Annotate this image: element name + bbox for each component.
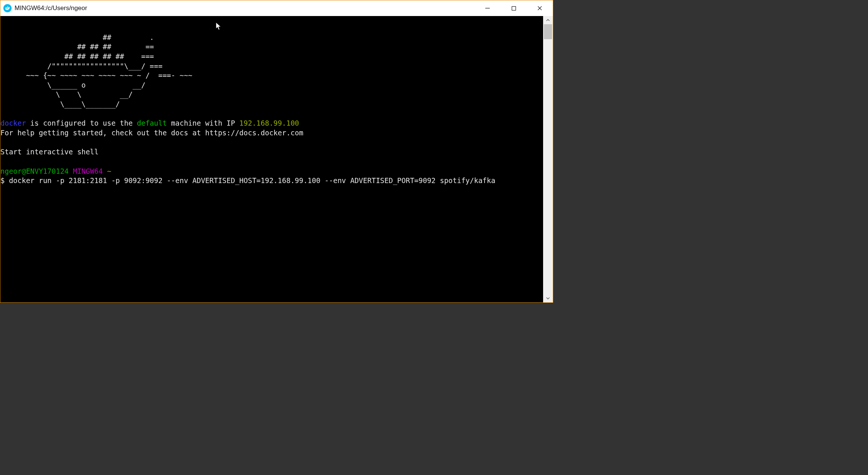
terminal-window: MINGW64:/c/Users/ngeor ## . ## ## ## == [0,0,553,303]
terminal-output[interactable]: ## . ## ## ## == ## ## ## ## ## === /"""… [0,23,543,295]
scroll-up-arrow-icon[interactable] [543,16,553,24]
close-button[interactable] [527,0,553,16]
scrollbar-thumb[interactable] [544,24,552,39]
vertical-scrollbar[interactable] [543,16,553,302]
titlebar[interactable]: MINGW64:/c/Users/ngeor [0,0,553,16]
svg-rect-1 [512,6,516,10]
minimize-button[interactable] [474,0,501,16]
client-area: ## . ## ## ## == ## ## ## ## ## === /"""… [0,16,553,302]
window-controls [474,0,553,16]
scroll-down-arrow-icon[interactable] [543,294,553,302]
window-title: MINGW64:/c/Users/ngeor [15,4,474,12]
maximize-button[interactable] [501,0,527,16]
docker-whale-icon [3,4,12,12]
scrollbar-track[interactable] [543,24,553,294]
